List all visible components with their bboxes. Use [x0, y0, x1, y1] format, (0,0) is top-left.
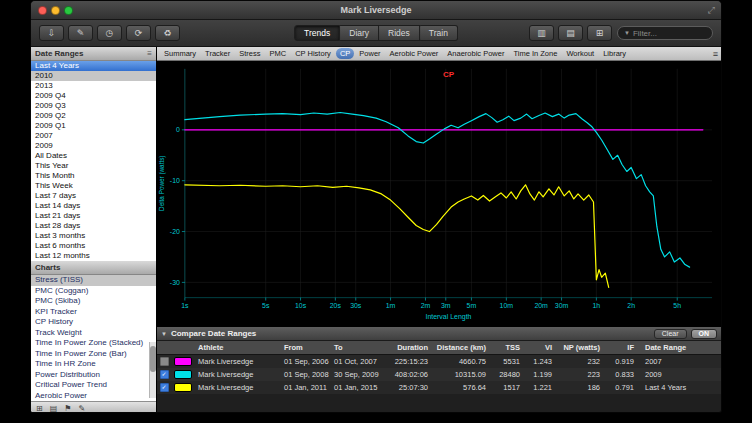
layout-sidebar-button[interactable]: ▥	[529, 25, 554, 41]
tab-stress[interactable]: Stress	[235, 48, 264, 59]
tab-cp-history[interactable]: CP History	[291, 48, 335, 59]
date-range-item-last-21-days[interactable]: Last 21 days	[31, 211, 156, 221]
fullscreen-icon[interactable]: ⤢	[708, 5, 715, 16]
chart-item-pmc-coggan[interactable]: PMC (Coggan)	[31, 286, 156, 297]
chart-item-stress-tiss[interactable]: Stress (TISS)	[31, 275, 156, 286]
date-range-item-2007[interactable]: 2007	[31, 131, 156, 141]
date-range-item-this-month[interactable]: This Month	[31, 171, 156, 181]
grid-icon[interactable]: ⊞	[36, 404, 43, 413]
edit-icon[interactable]: ✎	[78, 404, 85, 413]
x-tick-label: 1m	[386, 302, 396, 309]
date-range-item-2010[interactable]: 2010	[31, 71, 156, 81]
date-range-item-2009[interactable]: 2009	[31, 141, 156, 151]
x-axis-label: Interval Length	[425, 313, 471, 321]
chart-item-power-distribution[interactable]: Power Distribution	[31, 370, 156, 381]
x-tick-label: 1h	[592, 302, 600, 309]
date-range-item-this-year[interactable]: This Year	[31, 161, 156, 171]
chart-item-time-in-power-zone-bar[interactable]: Time In Power Zone (Bar)	[31, 349, 156, 360]
segment-trends[interactable]: Trends	[294, 25, 340, 41]
date-range-item-2009-q1[interactable]: 2009 Q1	[31, 121, 156, 131]
segment-rides[interactable]: Rides	[379, 25, 420, 41]
chart-item-critical-power-trend[interactable]: Critical Power Trend	[31, 380, 156, 391]
date-range-item-this-week[interactable]: This Week	[31, 181, 156, 191]
tab-power[interactable]: Power	[355, 48, 384, 59]
column-header-to: To	[331, 343, 381, 352]
table-row[interactable]: Mark Liversedge01 Sep, 200830 Sep, 20094…	[157, 368, 721, 381]
segment-diary[interactable]: Diary	[340, 25, 379, 41]
zoom-window-button[interactable]	[64, 6, 73, 15]
date-range-item-last-7-days[interactable]: Last 7 days	[31, 191, 156, 201]
date-range-item-last-12-months[interactable]: Last 12 months	[31, 251, 156, 261]
series-2009	[185, 113, 690, 268]
history-button[interactable]: ◷	[97, 25, 122, 41]
tab-library[interactable]: Library	[599, 48, 630, 59]
disclosure-triangle-icon[interactable]: ▼	[161, 331, 167, 337]
tab-workout[interactable]: Workout	[562, 48, 598, 59]
trash-button[interactable]: ♻	[155, 25, 180, 41]
x-tick-label: 5h	[673, 302, 681, 309]
row-checkbox[interactable]	[160, 370, 169, 379]
chart-item-time-in-hr-zone[interactable]: Time In HR Zone	[31, 359, 156, 370]
compare-on-toggle[interactable]: ON	[691, 329, 718, 339]
layout-tiled-button[interactable]: ▤	[558, 25, 583, 41]
list-icon[interactable]: ▤	[50, 404, 58, 413]
cell-duration: 408:02:06	[381, 370, 431, 379]
date-range-item-2013[interactable]: 2013	[31, 81, 156, 91]
minimize-window-button[interactable]	[51, 6, 60, 15]
table-row[interactable]: Mark Liversedge01 Sep, 200601 Oct, 20072…	[157, 355, 721, 368]
chart-item-cp-history[interactable]: CP History	[31, 317, 156, 328]
tab-tracker[interactable]: Tracker	[201, 48, 234, 59]
traffic-lights	[38, 6, 73, 15]
filter-input[interactable]	[633, 29, 706, 38]
cell-distance: 576.64	[431, 383, 489, 392]
y-axis-label: Delta Power (watts)	[158, 156, 166, 211]
date-range-item-last-6-months[interactable]: Last 6 months	[31, 241, 156, 251]
download-button[interactable]: ⇩	[39, 25, 64, 41]
layout-grid-button[interactable]: ⊞	[587, 25, 612, 41]
tab-cp[interactable]: CP	[336, 48, 354, 59]
chart-item-track-weight[interactable]: Track Weight	[31, 328, 156, 339]
row-checkbox[interactable]	[160, 383, 169, 392]
date-range-item-last-4-years[interactable]: Last 4 Years	[31, 61, 156, 71]
x-tick-label: 3m	[441, 302, 451, 309]
cell-duration: 225:15:23	[381, 357, 431, 366]
date-range-item-2009-q3[interactable]: 2009 Q3	[31, 101, 156, 111]
scrollbar-thumb[interactable]	[150, 346, 156, 372]
sync-button[interactable]: ⟳	[126, 25, 151, 41]
segment-train[interactable]: Train	[420, 25, 458, 41]
cell-tss: 28480	[489, 370, 523, 379]
row-color-cell	[171, 370, 195, 379]
chart-item-aerobic-power[interactable]: Aerobic Power	[31, 391, 156, 402]
date-range-item-2009-q4[interactable]: 2009 Q4	[31, 91, 156, 101]
date-range-item-last-14-days[interactable]: Last 14 days	[31, 201, 156, 211]
tab-pmc[interactable]: PMC	[266, 48, 291, 59]
x-tick-label: 10s	[295, 302, 307, 309]
cell-vi: 1.199	[523, 370, 555, 379]
cell-range: 2007	[637, 357, 721, 366]
date-range-item-last-28-days[interactable]: Last 28 days	[31, 221, 156, 231]
cell-if: 0.791	[603, 383, 637, 392]
tab-aerobic-power[interactable]: Aerobic Power	[386, 48, 443, 59]
charts-list-scrollbar[interactable]	[149, 342, 156, 398]
date-ranges-menu-icon[interactable]: ≡	[147, 49, 152, 58]
titlebar[interactable]: Mark Liversedge ⤢	[31, 1, 721, 20]
date-range-item-all-dates[interactable]: All Dates	[31, 151, 156, 161]
compose-button[interactable]: ✎	[68, 25, 93, 41]
chart-item-kpi-tracker[interactable]: KPI Tracker	[31, 307, 156, 318]
tab-anaerobic-power[interactable]: Anaerobic Power	[443, 48, 508, 59]
row-checkbox[interactable]	[160, 357, 169, 366]
tab-menu-icon[interactable]: ≡	[713, 49, 718, 59]
tab-summary[interactable]: Summary	[160, 48, 200, 59]
chart-item-pmc-skiba[interactable]: PMC (Skiba)	[31, 296, 156, 307]
tab-time-in-zone[interactable]: Time In Zone	[509, 48, 561, 59]
filter-icon[interactable]: ▼	[624, 30, 630, 36]
filter-field[interactable]: ▼	[617, 26, 713, 40]
row-color-cell	[171, 383, 195, 392]
close-window-button[interactable]	[38, 6, 47, 15]
table-row[interactable]: Mark Liversedge01 Jan, 201101 Jan, 20152…	[157, 381, 721, 394]
clear-button[interactable]: Clear	[654, 329, 687, 339]
date-range-item-2009-q2[interactable]: 2009 Q2	[31, 111, 156, 121]
date-range-item-last-3-months[interactable]: Last 3 months	[31, 231, 156, 241]
flag-icon[interactable]: ⚑	[64, 404, 71, 413]
chart-item-time-in-power-zone-stacked[interactable]: Time In Power Zone (Stacked)	[31, 338, 156, 349]
